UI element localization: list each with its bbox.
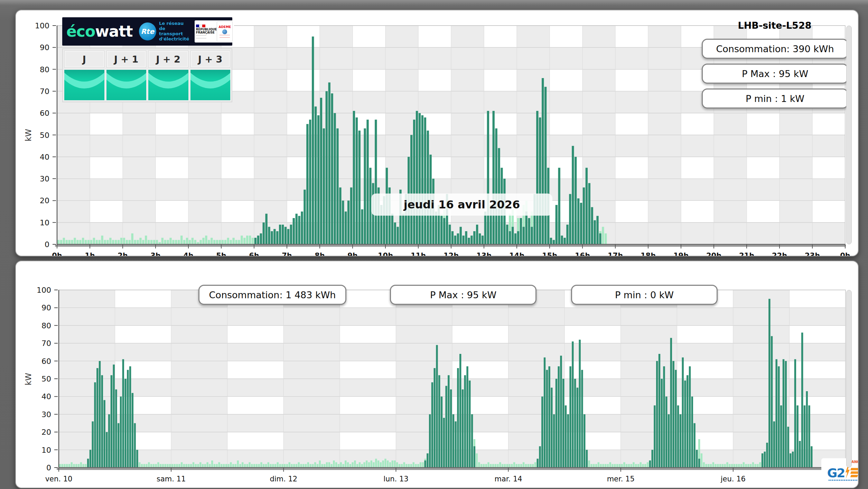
ecowatt-green-signal-icon[interactable] xyxy=(190,70,231,100)
svg-text:20h: 20h xyxy=(706,252,721,256)
tile-j1-label[interactable]: J + 1 xyxy=(106,50,147,68)
ecowatt-wordmark: écowatt xyxy=(66,24,133,39)
svg-text:jeu. 16: jeu. 16 xyxy=(720,475,746,483)
svg-text:20: 20 xyxy=(41,428,51,436)
svg-text:50: 50 xyxy=(40,131,49,140)
svg-text:sam. 11: sam. 11 xyxy=(157,475,186,483)
svg-text:40: 40 xyxy=(41,392,51,401)
svg-text:2h: 2h xyxy=(118,252,128,256)
svg-text:50: 50 xyxy=(41,375,51,383)
day-consumption-stat: Consommation: 390 kWh xyxy=(702,39,848,59)
ecowatt-green-signal-icon[interactable] xyxy=(148,70,188,100)
day-panel: 01020304050607080901000h1h2h3h4h5h6h7h8h… xyxy=(15,10,859,256)
ecowatt-green-signal-icon[interactable] xyxy=(106,70,147,100)
svg-text:ven. 10: ven. 10 xyxy=(45,475,73,483)
svg-text:30: 30 xyxy=(40,175,49,183)
svg-text:100: 100 xyxy=(35,21,49,30)
ademe-globe-icon xyxy=(222,29,227,34)
ademe-logo: ADEME xyxy=(217,21,233,41)
svg-text:10: 10 xyxy=(41,446,51,454)
svg-text:7h: 7h xyxy=(282,252,292,256)
svg-text:8h: 8h xyxy=(315,252,325,256)
republique-francaise-ademe-badge: RÉPUBLIQUEFRANÇAISE ADEME xyxy=(195,20,234,43)
svg-text:1h: 1h xyxy=(85,252,95,256)
week-consumption-stat: Consommation: 1 483 kWh xyxy=(198,285,346,305)
svg-text:3h: 3h xyxy=(150,252,161,256)
svg-text:23h: 23h xyxy=(805,252,820,256)
svg-text:70: 70 xyxy=(40,87,49,96)
day-pmax-stat: P Max : 95 kW xyxy=(702,64,848,84)
g2e-e-icon xyxy=(851,468,859,477)
ecowatt-forecast-tiles: J J + 1 J + 2 J + 3 xyxy=(62,48,232,102)
republique-francaise-logo: RÉPUBLIQUEFRANÇAISE xyxy=(196,25,217,38)
svg-text:0h: 0h xyxy=(840,252,850,256)
svg-text:11h: 11h xyxy=(411,252,426,256)
day-y-axis-unit: kW xyxy=(24,125,33,145)
tile-j2-label[interactable]: J + 2 xyxy=(148,50,188,68)
svg-text:60: 60 xyxy=(40,109,49,117)
ecowatt-logo: écowatt Rte Le réseau de transport d'éle… xyxy=(62,17,232,46)
svg-text:mar. 14: mar. 14 xyxy=(495,475,522,483)
svg-text:15h: 15h xyxy=(542,252,557,256)
rte-logo: Rte Le réseau de transport d'électricité xyxy=(139,21,190,42)
day-pmin-stat: P min : 1 kW xyxy=(702,88,848,109)
week-chart-scrollbar[interactable] xyxy=(846,290,852,468)
week-panel: 0102030405060708090100ven. 10sam. 11dim.… xyxy=(15,261,859,488)
svg-text:22h: 22h xyxy=(772,252,787,256)
g2e-wordmark: G2 xyxy=(827,468,845,479)
svg-text:40: 40 xyxy=(40,153,49,161)
svg-text:60: 60 xyxy=(41,357,51,366)
svg-text:16h: 16h xyxy=(575,252,590,256)
svg-text:0: 0 xyxy=(45,240,49,249)
g2e-logo: G2 FRANCE xyxy=(821,458,859,487)
ecowatt-green-signal-icon[interactable] xyxy=(64,70,104,100)
tile-j-label[interactable]: J xyxy=(64,50,104,68)
week-pmin-stat: P min : 0 kW xyxy=(571,285,718,305)
french-flag-icon xyxy=(196,25,205,27)
svg-text:90: 90 xyxy=(40,43,49,52)
svg-text:mer. 15: mer. 15 xyxy=(607,475,635,483)
svg-text:80: 80 xyxy=(40,65,49,74)
svg-text:14h: 14h xyxy=(509,252,524,256)
day-chart-scrollbar[interactable] xyxy=(846,26,852,244)
svg-text:9h: 9h xyxy=(347,252,358,256)
svg-text:lun. 13: lun. 13 xyxy=(383,475,409,483)
svg-text:70: 70 xyxy=(41,339,51,348)
date-label: jeudi 16 avril 2026 xyxy=(371,194,552,216)
svg-text:12h: 12h xyxy=(444,252,459,256)
svg-text:5h: 5h xyxy=(216,252,226,256)
tile-j3-label[interactable]: J + 3 xyxy=(190,50,231,68)
svg-text:30: 30 xyxy=(41,410,51,419)
svg-text:0: 0 xyxy=(46,463,51,472)
motto-lines xyxy=(196,35,206,38)
svg-text:6h: 6h xyxy=(249,252,259,256)
svg-text:90: 90 xyxy=(41,303,51,312)
svg-text:20: 20 xyxy=(40,196,49,205)
svg-text:4h: 4h xyxy=(183,252,194,256)
week-pmax-stat: P Max : 95 kW xyxy=(390,285,536,305)
svg-text:100: 100 xyxy=(37,286,51,294)
svg-text:dim. 12: dim. 12 xyxy=(270,475,297,483)
svg-text:19h: 19h xyxy=(673,252,689,256)
rte-tagline: Le réseau de transport d'électricité xyxy=(159,21,190,42)
rte-circle-icon: Rte xyxy=(139,22,156,40)
site-title: LHB-site-L528 xyxy=(700,20,849,31)
svg-text:0h: 0h xyxy=(52,252,62,256)
svg-text:80: 80 xyxy=(41,321,51,330)
svg-text:21h: 21h xyxy=(739,252,754,256)
svg-text:13h: 13h xyxy=(476,252,492,256)
svg-text:10h: 10h xyxy=(378,252,393,256)
svg-text:18h: 18h xyxy=(641,252,656,256)
week-y-axis-unit: kW xyxy=(24,369,33,389)
svg-text:10: 10 xyxy=(40,218,49,227)
svg-text:17h: 17h xyxy=(608,252,623,256)
